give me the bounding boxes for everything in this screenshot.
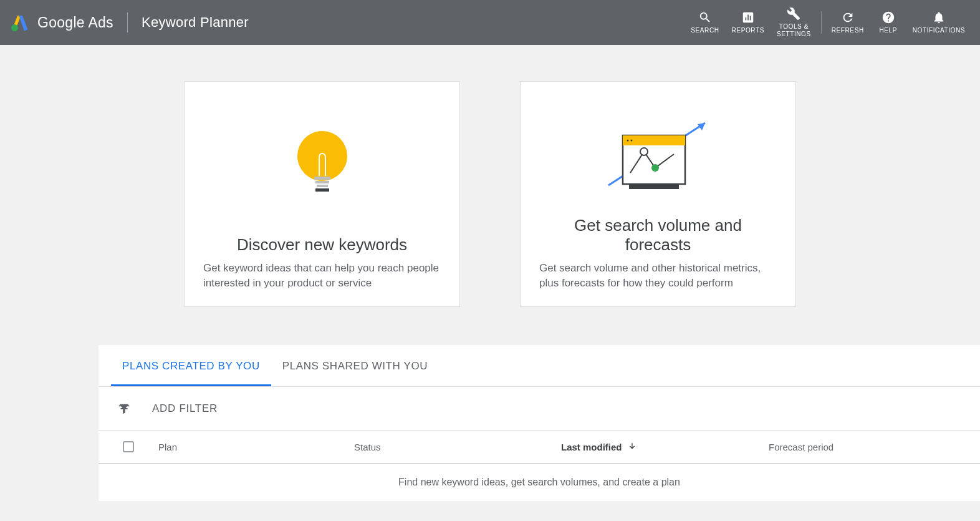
bell-icon xyxy=(932,11,946,24)
plans-table-header: Plan Status Last modified Forecast perio… xyxy=(98,431,980,464)
app-header: Google Ads Keyword Planner SEARCH REPORT… xyxy=(0,0,980,45)
forecast-desc: Get search volume and other historical m… xyxy=(539,261,777,291)
discover-keywords-card[interactable]: Discover new keywords Get keyword ideas … xyxy=(184,81,460,307)
help-label: HELP xyxy=(879,27,897,34)
tools-label: TOOLS & SETTINGS xyxy=(777,23,811,38)
svg-point-0 xyxy=(11,24,18,31)
col-status[interactable]: Status xyxy=(354,442,561,452)
svg-point-9 xyxy=(640,148,648,155)
svg-point-7 xyxy=(627,140,628,142)
col-last-modified-label: Last modified xyxy=(561,442,622,452)
reports-button[interactable]: REPORTS xyxy=(726,4,771,41)
svg-point-10 xyxy=(651,164,659,172)
lightbulb-illustration xyxy=(203,99,441,235)
svg-point-8 xyxy=(630,140,632,142)
search-button[interactable]: SEARCH xyxy=(685,4,725,41)
reports-label: REPORTS xyxy=(732,27,764,34)
tools-settings-button[interactable]: TOOLS & SETTINGS xyxy=(771,4,817,41)
notifications-button[interactable]: NOTIFICATIONS xyxy=(906,4,971,41)
bar-chart-icon xyxy=(741,11,755,24)
tab-plans-shared[interactable]: PLANS SHARED WITH YOU xyxy=(271,360,439,386)
forecast-title: Get search volume and forecasts xyxy=(539,216,777,255)
discover-title: Discover new keywords xyxy=(203,235,441,255)
search-icon xyxy=(698,11,712,24)
header-separator xyxy=(821,11,822,34)
help-button[interactable]: HELP xyxy=(870,4,906,41)
svg-point-1 xyxy=(297,131,347,181)
header-divider xyxy=(127,12,128,32)
google-ads-logo-icon xyxy=(11,14,29,31)
product-name: Google Ads xyxy=(37,14,113,31)
plans-tabs: PLANS CREATED BY YOU PLANS SHARED WITH Y… xyxy=(98,345,980,387)
notifications-label: NOTIFICATIONS xyxy=(913,27,965,34)
forecast-card[interactable]: Get search volume and forecasts Get sear… xyxy=(520,81,796,307)
filter-row: ADD FILTER xyxy=(98,387,980,431)
svg-rect-11 xyxy=(629,184,679,189)
chart-illustration xyxy=(539,99,777,216)
wrench-icon xyxy=(787,7,800,21)
help-icon xyxy=(882,11,895,24)
col-forecast-period[interactable]: Forecast period xyxy=(769,442,980,452)
refresh-icon xyxy=(841,11,855,24)
sort-desc-icon xyxy=(627,442,637,452)
select-all-checkbox[interactable] xyxy=(123,441,134,452)
logo-strip: Google Ads xyxy=(11,14,113,31)
page-title: Keyword Planner xyxy=(142,14,249,31)
col-plan[interactable]: Plan xyxy=(158,442,354,452)
plans-section: PLANS CREATED BY YOU PLANS SHARED WITH Y… xyxy=(98,344,980,501)
refresh-label: REFRESH xyxy=(832,27,864,34)
svg-rect-2 xyxy=(315,188,329,192)
search-label: SEARCH xyxy=(691,27,719,34)
add-filter-button[interactable]: ADD FILTER xyxy=(152,402,218,415)
refresh-button[interactable]: REFRESH xyxy=(825,4,870,41)
tab-plans-created[interactable]: PLANS CREATED BY YOU xyxy=(111,360,271,386)
empty-state-message: Find new keyword ideas, get search volum… xyxy=(98,464,980,501)
discover-desc: Get keyword ideas that can help you reac… xyxy=(203,261,441,291)
filter-icon xyxy=(117,402,131,416)
col-last-modified[interactable]: Last modified xyxy=(561,442,769,452)
